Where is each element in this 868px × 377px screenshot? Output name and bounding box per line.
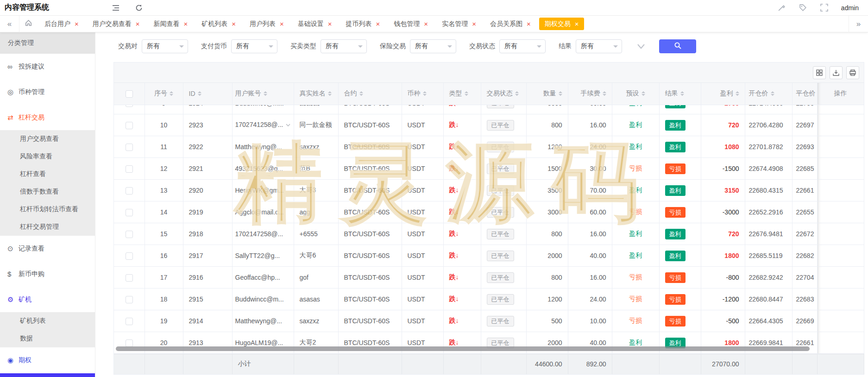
search-button[interactable] — [659, 39, 696, 53]
tab-5[interactable]: 用户列表 × — [244, 18, 289, 30]
tab-close-icon[interactable]: × — [232, 20, 236, 27]
sort-icon[interactable] — [328, 89, 332, 98]
tab-close-icon[interactable]: × — [328, 20, 332, 27]
select-all-checkbox[interactable] — [126, 90, 133, 98]
tab-4[interactable]: 矿机列表 × — [196, 18, 241, 30]
filter-select[interactable]: 所有 — [142, 39, 188, 53]
filter-select[interactable]: 所有 — [499, 39, 546, 53]
column-header-2[interactable]: ID — [183, 83, 232, 105]
tab-9[interactable]: 实名管理 × — [436, 18, 482, 30]
row-checkbox[interactable] — [126, 296, 133, 303]
theme-icon[interactable] — [777, 3, 786, 13]
tab-3[interactable]: 新闻查看 × — [148, 18, 194, 30]
sort-icon[interactable] — [559, 89, 562, 98]
tab-close-icon[interactable]: × — [472, 20, 476, 27]
fullscreen-icon[interactable] — [820, 3, 829, 13]
sort-icon[interactable] — [198, 89, 201, 98]
tabs-scroll-right-icon[interactable]: » — [849, 16, 868, 32]
sort-icon[interactable] — [264, 89, 267, 98]
filter-select[interactable]: 所有 — [231, 39, 277, 53]
sort-icon[interactable] — [170, 89, 173, 98]
sort-icon[interactable] — [359, 89, 363, 98]
tab-2[interactable]: 用户交易查看 × — [87, 18, 145, 30]
collapse-filters-icon[interactable] — [636, 43, 646, 50]
filter-select[interactable]: 所有 — [410, 39, 456, 53]
row-checkbox[interactable] — [126, 165, 133, 173]
sidebar-item[interactable]: ⊙ 记录查看 — [0, 236, 95, 261]
sidebar-item[interactable]: 风险率查看 — [0, 148, 95, 165]
tab-8[interactable]: 钱包管理 × — [388, 18, 434, 30]
tab-close-icon[interactable]: × — [280, 20, 284, 27]
row-checkbox[interactable] — [126, 105, 133, 107]
column-header-7[interactable]: 类型 — [443, 83, 481, 105]
row-checkbox[interactable] — [126, 274, 133, 282]
sidebar-item[interactable]: 数据 — [0, 330, 95, 347]
row-checkbox[interactable] — [126, 231, 133, 238]
columns-icon[interactable] — [813, 66, 826, 79]
collapse-sidebar-icon[interactable] — [111, 3, 120, 13]
tab-7[interactable]: 提币列表 × — [340, 18, 386, 30]
column-header-9[interactable]: 数量 — [526, 83, 568, 105]
user-name[interactable]: admin — [841, 4, 859, 12]
tab-11[interactable]: 期权交易 × — [539, 18, 585, 30]
sort-icon[interactable] — [680, 89, 684, 98]
refresh-icon[interactable] — [134, 3, 144, 13]
tag-icon[interactable] — [799, 3, 808, 13]
print-icon[interactable] — [846, 66, 859, 79]
sidebar-item[interactable]: 杠杆币划转法币查看 — [0, 201, 95, 218]
sidebar-item[interactable]: $ 新币申购 — [0, 261, 95, 287]
column-header-10[interactable]: 手续费 — [568, 83, 612, 105]
column-header-13[interactable]: 盈利 — [701, 83, 745, 105]
tab-6[interactable]: 基础设置 × — [292, 18, 338, 30]
tab-close-icon[interactable]: × — [75, 20, 79, 27]
row-checkbox[interactable] — [126, 122, 133, 129]
horizontal-scrollbar-thumb[interactable] — [116, 346, 810, 351]
sidebar-item[interactable]: ⇄ 杠杆交易 — [0, 105, 95, 130]
sidebar-item[interactable]: 杠杆交易管理 — [0, 218, 95, 236]
tab-1[interactable]: 后台用户 × — [39, 18, 84, 30]
sidebar-item[interactable]: 倍数手数查看 — [0, 183, 95, 201]
tab-close-icon[interactable]: × — [376, 20, 380, 27]
expand-row-icon[interactable] — [285, 122, 291, 129]
tab-10[interactable]: 会员关系图 × — [484, 18, 536, 30]
column-header-12[interactable]: 结果 — [659, 83, 701, 105]
filter-select[interactable]: 所有 — [321, 39, 367, 53]
row-checkbox[interactable] — [126, 209, 133, 216]
sidebar-item[interactable]: 矿机列表 — [0, 312, 95, 330]
sidebar-item[interactable]: 杠杆查看 — [0, 165, 95, 183]
column-header-11[interactable]: 预设 — [612, 83, 659, 105]
sidebar-item[interactable]: ∞ 投拆建议 — [0, 54, 95, 79]
filter-select[interactable]: 所有 — [576, 39, 622, 53]
sort-icon[interactable] — [642, 89, 645, 98]
sidebar-item[interactable]: ⚙ 矿机 — [0, 287, 95, 312]
column-header-3[interactable]: 用户账号 — [232, 83, 294, 105]
column-header-6[interactable]: 币种 — [402, 83, 443, 105]
export-icon[interactable] — [830, 66, 843, 79]
sidebar-item[interactable]: 分类管理 — [0, 32, 95, 54]
sort-icon[interactable] — [736, 89, 739, 98]
column-header-4[interactable]: 真实姓名 — [294, 83, 338, 105]
row-checkbox[interactable] — [126, 187, 133, 195]
sort-icon[interactable] — [423, 89, 427, 98]
sidebar-item[interactable]: ◎ 币种管理 — [0, 79, 95, 105]
column-header-1[interactable]: 序号 — [145, 83, 183, 105]
sort-icon[interactable] — [465, 89, 468, 98]
tab-close-icon[interactable]: × — [184, 20, 188, 27]
column-header-5[interactable]: 合约 — [338, 83, 402, 105]
tab-close-icon[interactable]: × — [527, 20, 531, 27]
tab-close-icon[interactable]: × — [575, 20, 579, 27]
column-header-8[interactable]: 交易状态 — [481, 83, 526, 105]
row-checkbox[interactable] — [126, 252, 133, 260]
home-icon[interactable] — [19, 19, 37, 28]
tab-close-icon[interactable]: × — [136, 20, 140, 27]
tab-close-icon[interactable]: × — [424, 20, 428, 27]
sidebar-item[interactable]: ◉ 期权 — [0, 347, 95, 373]
column-header-15[interactable]: 平仓价 — [792, 83, 817, 105]
sort-icon[interactable] — [771, 89, 774, 98]
column-header-14[interactable]: 开仓价 — [745, 83, 792, 105]
row-checkbox[interactable] — [126, 144, 133, 151]
tabs-scroll-left-icon[interactable]: « — [0, 16, 19, 32]
sort-icon[interactable] — [515, 89, 519, 98]
row-checkbox[interactable] — [126, 339, 133, 347]
sidebar-item[interactable]: 用户交易查看 — [0, 130, 95, 148]
